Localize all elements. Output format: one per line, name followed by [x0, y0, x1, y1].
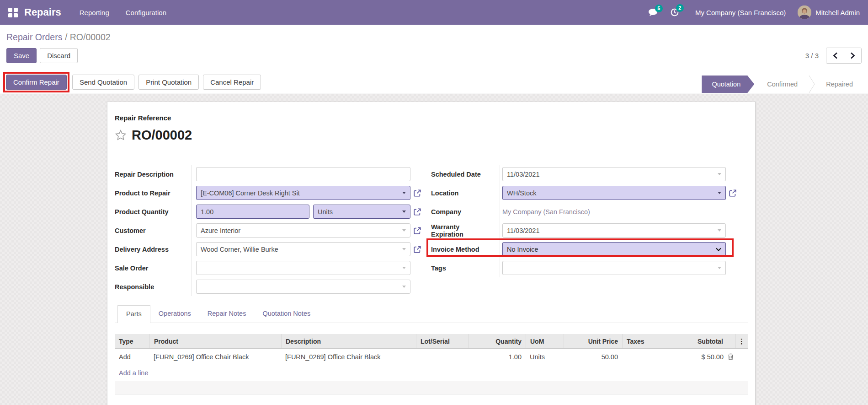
- repair-reference-label: Repair Reference: [115, 114, 748, 122]
- table-row[interactable]: Add [FURN_0269] Office Chair Black [FURN…: [115, 349, 748, 365]
- field-row-scheduled-date: Scheduled Date 11/03/2021: [431, 165, 726, 184]
- app-name[interactable]: Repairs: [24, 6, 61, 18]
- column-taxes: Taxes: [622, 334, 652, 348]
- dropdown-caret-icon[interactable]: [402, 211, 406, 213]
- repair-order-sheet: Repair Reference RO/00002 Repair Descrip…: [107, 102, 756, 405]
- tab-repair-notes[interactable]: Repair Notes: [199, 305, 255, 323]
- tags-label: Tags: [431, 265, 500, 272]
- delete-row-trash-icon[interactable]: [728, 353, 734, 360]
- status-step-confirmed[interactable]: Confirmed: [756, 76, 809, 93]
- chevron-left-icon: [833, 52, 838, 59]
- field-row-customer: Customer Azure Interior: [115, 221, 410, 240]
- add-line-row: Add a line: [115, 365, 748, 381]
- pager-next-button[interactable]: [844, 48, 861, 63]
- delivery-address-input[interactable]: Wood Corner, Willie Burke: [196, 242, 410, 256]
- repair-description-input[interactable]: [196, 167, 410, 181]
- confirm-repair-highlight: Confirm Repair: [3, 72, 69, 92]
- cell-unit-price[interactable]: 50.00: [564, 353, 622, 361]
- tab-parts[interactable]: Parts: [117, 305, 150, 323]
- customer-input[interactable]: Azure Interior: [196, 223, 410, 238]
- cell-product[interactable]: [FURN_0269] Office Chair Black: [149, 353, 281, 361]
- empty-table-row: [115, 381, 748, 395]
- field-row-product-quantity: Product Quantity 1.00 Units: [115, 202, 410, 221]
- field-row-invoice-method: Invoice Method No Invoice: [431, 240, 726, 259]
- send-quotation-button[interactable]: Send Quotation: [72, 75, 134, 90]
- apps-grid-icon[interactable]: [8, 8, 18, 17]
- location-input[interactable]: WH/Stock: [502, 186, 726, 200]
- external-link-icon[interactable]: [413, 189, 421, 197]
- pager-count: 3 / 3: [805, 52, 819, 59]
- activities-icon[interactable]: 2: [670, 8, 679, 17]
- sale-order-input[interactable]: [196, 261, 410, 275]
- optional-columns-button[interactable]: ⋮: [735, 334, 747, 348]
- notebook-tabs: Parts Operations Repair Notes Quotation …: [115, 305, 748, 323]
- company-switcher[interactable]: My Company (San Francisco): [695, 9, 786, 16]
- dropdown-caret-icon[interactable]: [718, 229, 721, 232]
- breadcrumb-separator: /: [65, 32, 70, 42]
- pager-previous-button[interactable]: [826, 48, 844, 63]
- activities-badge: 2: [676, 4, 684, 12]
- warranty-expiration-input[interactable]: 11/03/2021: [502, 223, 726, 238]
- field-row-location: Location WH/Stock: [431, 184, 726, 202]
- dropdown-caret-icon[interactable]: [718, 192, 721, 194]
- external-link-icon[interactable]: [413, 208, 421, 216]
- scheduled-date-input[interactable]: 11/03/2021: [502, 167, 726, 181]
- page-title: RO/00002: [132, 128, 192, 143]
- title-row: RO/00002: [115, 128, 748, 143]
- column-lot-serial: Lot/Serial: [416, 334, 468, 348]
- dropdown-caret-icon[interactable]: [402, 267, 406, 269]
- dropdown-caret-icon[interactable]: [402, 229, 406, 232]
- dropdown-caret-icon[interactable]: [718, 173, 721, 175]
- tab-quotation-notes[interactable]: Quotation Notes: [254, 305, 319, 323]
- save-button[interactable]: Save: [6, 48, 37, 63]
- column-uom: UoM: [526, 334, 564, 348]
- cell-quantity[interactable]: 1.00: [468, 353, 526, 361]
- dropdown-caret-icon[interactable]: [402, 192, 406, 194]
- cancel-repair-button[interactable]: Cancel Repair: [203, 75, 261, 90]
- product-quantity-input[interactable]: 1.00: [196, 205, 309, 219]
- tab-operations[interactable]: Operations: [150, 305, 199, 323]
- external-link-icon[interactable]: [413, 227, 421, 235]
- messages-badge: 5: [655, 5, 663, 12]
- external-link-icon[interactable]: [729, 189, 737, 197]
- user-menu[interactable]: Mitchell Admin: [815, 9, 860, 16]
- product-uom-input[interactable]: Units: [313, 205, 410, 219]
- statusbar: Quotation Confirmed Repaired: [702, 76, 864, 93]
- product-to-repair-input[interactable]: [E-COM06] Corner Desk Right Sit: [196, 186, 410, 200]
- responsible-input[interactable]: [196, 280, 410, 294]
- parts-table: Type Product Description Lot/Serial Quan…: [115, 334, 748, 395]
- dropdown-caret-icon[interactable]: [718, 267, 721, 269]
- dropdown-caret-icon[interactable]: [402, 286, 406, 288]
- select-chevron-icon: [716, 248, 721, 251]
- discard-button[interactable]: Discard: [40, 48, 78, 63]
- dropdown-caret-icon[interactable]: [402, 248, 406, 250]
- breadcrumb-repair-orders[interactable]: Repair Orders: [6, 32, 62, 42]
- messages-icon[interactable]: 5: [648, 8, 658, 16]
- form-fields: Repair Description Product to Repair [E-…: [115, 165, 748, 296]
- favorite-star-icon[interactable]: [115, 130, 127, 141]
- product-quantity-label: Product Quantity: [115, 208, 191, 216]
- tags-input[interactable]: [502, 261, 726, 275]
- repair-description-label: Repair Description: [115, 171, 191, 178]
- cell-uom[interactable]: Units: [526, 353, 564, 361]
- print-quotation-button[interactable]: Print Quotation: [138, 75, 199, 90]
- cell-type[interactable]: Add: [115, 353, 149, 361]
- external-link-icon[interactable]: [413, 245, 421, 254]
- delivery-address-label: Delivery Address: [115, 246, 191, 253]
- add-a-line-link[interactable]: Add a line: [119, 369, 149, 377]
- field-row-company: Company My Company (San Francisco): [431, 202, 726, 221]
- status-step-quotation[interactable]: Quotation: [702, 76, 754, 93]
- company-value-link[interactable]: My Company (San Francisco): [502, 208, 590, 216]
- field-row-sale-order: Sale Order: [115, 259, 410, 277]
- status-step-repaired[interactable]: Repaired: [815, 76, 864, 93]
- sale-order-label: Sale Order: [115, 265, 191, 272]
- user-avatar[interactable]: [798, 5, 811, 19]
- menu-configuration[interactable]: Configuration: [126, 9, 166, 16]
- column-type: Type: [115, 334, 149, 348]
- pager: 3 / 3: [805, 48, 862, 64]
- confirm-repair-button[interactable]: Confirm Repair: [6, 75, 67, 90]
- cell-description[interactable]: [FURN_0269] Office Chair Black: [281, 353, 416, 361]
- field-row-product-to-repair: Product to Repair [E-COM06] Corner Desk …: [115, 184, 410, 202]
- menu-reporting[interactable]: Reporting: [80, 9, 109, 16]
- invoice-method-select[interactable]: No Invoice: [502, 242, 726, 256]
